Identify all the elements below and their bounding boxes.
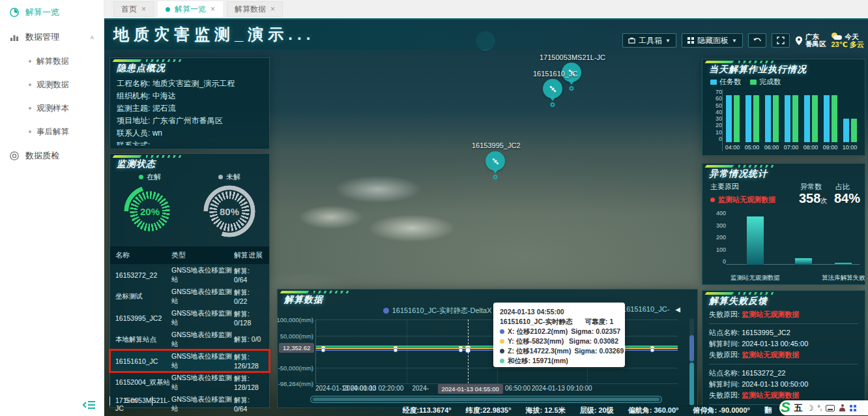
map-viewport[interactable]: 地质灾害监测_演示... 工具箱 ▼ 隐藏面板 ▼ 广东 [104, 18, 868, 416]
tab-home[interactable]: 首页 × [113, 1, 154, 17]
legend-label: 任务数 [719, 77, 741, 87]
sidebar-item-observation-data[interactable]: 观测数据 [0, 73, 104, 97]
undo-button[interactable] [748, 33, 766, 48]
legend-item[interactable]: 任务数 [710, 77, 741, 87]
legend-label: 16151610_JC- [622, 305, 669, 313]
undo-arrow-icon [753, 37, 762, 44]
failure-time-line: 解算时间: 2024-01-13 00:50:00 [709, 379, 858, 390]
table-row[interactable]: 16153272_22GNSS地表位移监测站解算: 0/64 [110, 264, 269, 286]
panel-header: 监测状态 [110, 154, 269, 170]
bar [832, 95, 837, 142]
moon-icon[interactable]: ☽ [807, 404, 814, 413]
panel-header: 隐患点概况 [110, 58, 269, 74]
bar [765, 95, 771, 142]
ime-mode-icon[interactable]: 五 [794, 402, 803, 414]
sidebar-item-label: 解算一览 [25, 7, 59, 18]
bar [812, 95, 818, 142]
series-dot-icon [500, 339, 504, 344]
data-point-icon [459, 348, 463, 353]
failure-station-line: 站点名称: 16153272_22 [709, 368, 858, 379]
pie-clock-icon [9, 7, 20, 18]
sidebar-item-observation-sample[interactable]: 观测样本 [0, 97, 104, 120]
datazoom-handle[interactable] [313, 398, 659, 401]
ime-toolbar: S 五 ☽ °, [779, 400, 868, 415]
solution-data-panel: 解算数据 16151610_JC-实时静态-DeltaX16151610_JC-… [277, 289, 698, 408]
station-table: 名称 类型 解算进展 16153272_22GNSS地表位移监测站解算: 0/6… [110, 246, 269, 415]
grid-menu-icon[interactable] [850, 405, 856, 411]
sidebar-item-solution-data[interactable]: 解算数据 [0, 50, 104, 73]
sidebar-item-post-solution[interactable]: 事后解算 [0, 120, 104, 143]
vertical-scrollbar[interactable] [689, 318, 694, 400]
location-pin-icon [795, 36, 803, 46]
table-row[interactable]: 坐标测试GNSS地表位移监测站解算: 0/22 [110, 286, 269, 307]
datazoom-slider[interactable] [310, 396, 662, 403]
info-row: 组织机构: 中海达 [117, 90, 263, 102]
bar [792, 95, 798, 142]
scrollbar-thumb[interactable] [689, 335, 694, 361]
table-row[interactable]: 16152004_双基站GNSS地表位移监测站解算: 128/128 [110, 372, 269, 393]
hide-panel-button[interactable]: 隐藏面板 ▼ [682, 33, 743, 48]
keyboard-icon[interactable] [826, 405, 835, 411]
map-marker-16153995_JC2[interactable] [485, 151, 505, 171]
table-row-highlighted[interactable]: 16151610_JCGNSS地表位移监测站解算: 126/128 [110, 350, 269, 372]
tab-label: 解算数据 [235, 4, 266, 15]
punctuation-icon[interactable]: °, [817, 404, 822, 411]
legend-pager-icon[interactable]: ◀ [675, 306, 680, 313]
location-district: 番禺区 [805, 40, 826, 48]
sidebar-item-solution-overview[interactable]: 解算一览 [0, 0, 104, 25]
page-title: 地质灾害监测_演示... [113, 24, 315, 45]
panel-header: 解算失败反馈 [702, 291, 865, 306]
fullscreen-button[interactable] [772, 33, 790, 48]
status-item: 层级: 20级 [580, 406, 614, 415]
x-tick-label: 06:00 [762, 142, 781, 151]
sidebar-sub-label: 观测样本 [36, 103, 69, 114]
person-icon[interactable] [839, 404, 846, 411]
sidebar-sub-label: 观测数据 [36, 80, 69, 91]
series-dot-icon [500, 349, 504, 353]
tooltip-row-z: Z: 位移14722.3(mm)Sigma: 0.03269 [500, 346, 618, 356]
location-indicator[interactable]: 广东 番禺区 [795, 33, 826, 48]
sogou-logo-icon[interactable]: S [781, 401, 790, 414]
close-icon[interactable]: × [270, 5, 275, 13]
table-row[interactable]: 16153995_JC2GNSS地表位移监测站解算: 0/128 [110, 307, 269, 329]
tab-bar: 首页 × 解算一览 × 解算数据 × [104, 0, 868, 18]
y-tick-label: 100 [709, 247, 726, 253]
y-tick-label: -98,284(mm) [278, 380, 313, 387]
map-marker-16151610_JC[interactable] [543, 79, 562, 98]
panel-title: 解算数据 [284, 294, 323, 305]
gauge-solving: 20% [124, 185, 176, 237]
y-tick-label: 200 [709, 235, 726, 241]
red-dot-icon [710, 198, 715, 202]
x-tick-label: 07:00 [781, 142, 801, 151]
bar [745, 95, 751, 142]
legend-item[interactable]: 完成数 [750, 77, 781, 87]
legend-item[interactable]: 16151610_JC-实时静态-DeltaX [383, 305, 492, 316]
bar [835, 263, 852, 265]
anomaly-count: 358次 [799, 191, 827, 206]
close-icon[interactable]: × [210, 5, 215, 13]
data-point-icon [394, 348, 398, 353]
panel-header: 解算数据 [278, 290, 697, 305]
x-tick-label: 2024-01-13 02:20:00 [343, 385, 404, 392]
chevron-up-icon[interactable]: ∧ [90, 35, 94, 40]
sidebar-item-data-management[interactable]: 数据管理 ∧ [0, 25, 104, 50]
plot-area: 04:0005:0006:0007:0008:0009:0010:00 [722, 89, 860, 151]
y-tick-label: 30 [708, 116, 722, 122]
tab-solution-data[interactable]: 解算数据 × [227, 1, 283, 17]
close-icon[interactable]: × [141, 5, 146, 13]
bar-chart-icon [9, 32, 20, 42]
sidebar-item-data-quality[interactable]: 数据质检 [0, 143, 104, 168]
toolbox-button[interactable]: 工具箱 ▼ [622, 33, 676, 48]
main-reason: 监测站无观测数据 [710, 195, 775, 205]
failure-time-line: 解算时间: 2024-01-13 00:45:00 [709, 338, 858, 349]
sidebar-sub-label: 解算数据 [36, 56, 69, 67]
tab-solution-overview[interactable]: 解算一览 × [158, 1, 223, 17]
status-item: 经度:113.3674° [402, 406, 451, 415]
y-tick-label: 50 [708, 103, 722, 109]
table-row[interactable]: 本地解算站点GNSS地表位移监测站解算: 0/0 [110, 329, 269, 350]
sidebar-collapse-button[interactable] [82, 399, 96, 411]
anomaly-bar-chart: 4003002001000 监测站无观测数据算法库解算失败 [709, 211, 860, 282]
gridline [407, 319, 407, 383]
tab-label: 解算一览 [175, 4, 206, 15]
scrollbar-thumb[interactable] [689, 363, 694, 406]
